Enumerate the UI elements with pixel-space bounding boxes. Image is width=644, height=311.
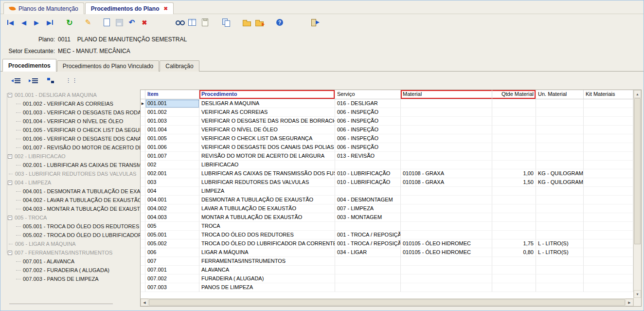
cell-item[interactable]: 003 xyxy=(145,178,199,187)
cell-material[interactable] xyxy=(401,266,492,274)
scroll-down-arrow[interactable]: ▼ xyxy=(634,290,641,298)
tree-levels-icon[interactable] xyxy=(46,77,56,85)
cell-un[interactable] xyxy=(536,108,584,117)
cell-un[interactable] xyxy=(536,283,584,292)
cell-procedimento[interactable]: FERRAMENTAS/INSTRUMENTOS xyxy=(199,257,335,266)
tree-item[interactable]: 001.004 - VERIFICAR O NÍVEL DE ÓLEO xyxy=(3,117,140,126)
cell-qtde[interactable] xyxy=(492,134,536,143)
cell-un[interactable] xyxy=(536,187,584,196)
cell-qtde[interactable]: 1,00 xyxy=(492,169,536,178)
scroll-left-arrow[interactable]: ◀ xyxy=(141,299,148,306)
expand-outline-icon[interactable] xyxy=(29,77,38,85)
cell-servico[interactable]: 006 - INSPEÇÃO xyxy=(335,134,401,143)
collapse-node-icon[interactable]: − xyxy=(8,154,12,159)
cell-kit[interactable] xyxy=(584,178,633,187)
collapse-node-icon[interactable]: − xyxy=(8,216,12,220)
cell-servico[interactable]: 003 - MONTAGEM xyxy=(335,213,401,222)
row-selector[interactable]: ▶ xyxy=(141,99,145,108)
grid-view-icon[interactable] xyxy=(187,18,197,27)
cell-un[interactable] xyxy=(536,266,584,274)
cell-un[interactable] xyxy=(536,99,584,108)
collapse-node-icon[interactable]: − xyxy=(8,93,12,97)
row-selector[interactable] xyxy=(141,161,145,169)
cell-servico[interactable]: 007 - LIMPEZA xyxy=(335,204,401,213)
column-header-servico[interactable]: Serviço xyxy=(335,90,401,99)
cell-item[interactable]: 005.001 xyxy=(145,231,199,239)
column-options-icon[interactable] xyxy=(64,77,73,85)
copy-icon[interactable] xyxy=(221,18,231,27)
cell-material[interactable]: 010108 - GRAXA xyxy=(401,178,492,187)
cell-item[interactable]: 005.002 xyxy=(145,239,199,248)
cell-procedimento[interactable]: VERIFICAR AS CORREIAS xyxy=(199,108,335,117)
table-row[interactable]: 007.001ALAVANCA xyxy=(141,266,633,274)
tab-procedimentos-do-plano[interactable]: Procedimentos do Plano✖ xyxy=(85,2,174,14)
cell-material[interactable] xyxy=(401,117,492,126)
tree-item[interactable]: −004 - LIMPEZA xyxy=(3,178,140,187)
tree-item[interactable]: 004.002 - LAVAR A TUBULAÇÃO DE EXAUSTÃO xyxy=(3,196,140,204)
cell-procedimento[interactable]: PANOS DE LIMPEZA xyxy=(199,283,335,292)
cell-qtde[interactable] xyxy=(492,108,536,117)
row-selector[interactable] xyxy=(141,204,145,213)
cell-kit[interactable] xyxy=(584,152,633,161)
cell-procedimento[interactable]: VERIFICAR O CHECK LIST DA SEGURANÇA xyxy=(199,134,335,143)
cell-un[interactable] xyxy=(536,274,584,283)
cell-procedimento[interactable]: LIMPEZA xyxy=(199,187,335,196)
table-row[interactable]: 004LIMPEZA xyxy=(141,187,633,196)
table-row[interactable]: 001.004VERIFICAR O NÍVEL DE ÓLEO006 - IN… xyxy=(141,126,633,134)
cell-kit[interactable] xyxy=(584,196,633,204)
row-selector[interactable] xyxy=(141,187,145,196)
tree-item[interactable]: 003 - LUBRIFICAR REDUTORES DAS VALVULAS xyxy=(3,169,140,178)
horizontal-scroll-thumb[interactable] xyxy=(149,299,625,306)
grid-vertical-scrollbar[interactable]: ▲ ▼ xyxy=(633,90,641,306)
tree-item[interactable]: 007.003 - PANOS DE LIMPEZA xyxy=(3,274,140,283)
cell-servico[interactable] xyxy=(335,266,401,274)
cell-material[interactable] xyxy=(401,99,492,108)
table-row[interactable]: 003LUBRIFICAR REDUTORES DAS VALVULAS010 … xyxy=(141,178,633,187)
cell-kit[interactable] xyxy=(584,274,633,283)
cell-procedimento[interactable]: LUBRIFICAR AS CAIXAS DE TRANSMISSÃO DOS … xyxy=(199,169,335,178)
row-selector[interactable] xyxy=(141,134,145,143)
cell-servico[interactable] xyxy=(335,222,401,231)
scroll-up-arrow[interactable]: ▲ xyxy=(634,90,641,98)
cell-procedimento[interactable]: LIGAR A MÁQUINA xyxy=(199,248,335,257)
cell-material[interactable]: 010105 - ÓLEO HIDROMEC xyxy=(401,248,492,257)
nav-last-icon[interactable] xyxy=(44,18,54,27)
cell-kit[interactable] xyxy=(584,169,633,178)
tree-horizontal-scrollbar[interactable] xyxy=(9,304,113,305)
cell-item[interactable]: 001.005 xyxy=(145,134,199,143)
cell-material[interactable] xyxy=(401,213,492,222)
cell-material[interactable] xyxy=(401,126,492,134)
cell-item[interactable]: 004 xyxy=(145,187,199,196)
cell-qtde[interactable] xyxy=(492,213,536,222)
table-row[interactable]: 006LIGAR A MÁQUINA034 - LIGAR010105 - ÓL… xyxy=(141,248,633,257)
cell-qtde[interactable] xyxy=(492,204,536,213)
cell-kit[interactable] xyxy=(584,204,633,213)
cell-un[interactable] xyxy=(536,257,584,266)
tree-item[interactable]: 005.001 - TROCA DO ÓLEO DOS REDUTORES xyxy=(3,222,140,231)
cell-procedimento[interactable]: DESMONTAR A TUBULAÇÃO DE EXAUSTÃO xyxy=(199,196,335,204)
cell-item[interactable]: 001.003 xyxy=(145,117,199,126)
cell-procedimento[interactable]: TROCA DO ÓLEO DOS REDUTORES xyxy=(199,231,335,239)
cell-servico[interactable]: 004 - DESMONTAGEM xyxy=(335,196,401,204)
cell-un[interactable]: KG - QUILOGRAMA xyxy=(536,169,584,178)
cell-kit[interactable] xyxy=(584,143,633,152)
cell-kit[interactable] xyxy=(584,99,633,108)
cell-un[interactable] xyxy=(536,222,584,231)
cell-item[interactable]: 007.002 xyxy=(145,274,199,283)
cell-material[interactable] xyxy=(401,222,492,231)
cell-un[interactable] xyxy=(536,161,584,169)
tree-item[interactable]: −001.001 - DESLIGAR A MAQUINA xyxy=(3,91,140,99)
tab-calibracao[interactable]: Calibração xyxy=(160,60,199,72)
cell-item[interactable]: 004.003 xyxy=(145,213,199,222)
row-selector[interactable] xyxy=(141,152,145,161)
row-selector[interactable] xyxy=(141,283,145,292)
save-icon[interactable] xyxy=(114,18,124,27)
table-row[interactable]: 001.007REVISÃO DO MOTOR DE ACERTO DE LAR… xyxy=(141,152,633,161)
column-header-kit[interactable]: Kit Materiais xyxy=(584,90,633,99)
tree-item[interactable]: 001.007 - REVISÃO DO MOTOR DE ACERTO DE xyxy=(3,143,140,152)
cell-item[interactable]: 007 xyxy=(145,257,199,266)
column-header-item[interactable]: Item xyxy=(145,90,199,99)
cell-material[interactable] xyxy=(401,231,492,239)
cell-servico[interactable] xyxy=(335,283,401,292)
cell-item[interactable]: 001.002 xyxy=(145,108,199,117)
